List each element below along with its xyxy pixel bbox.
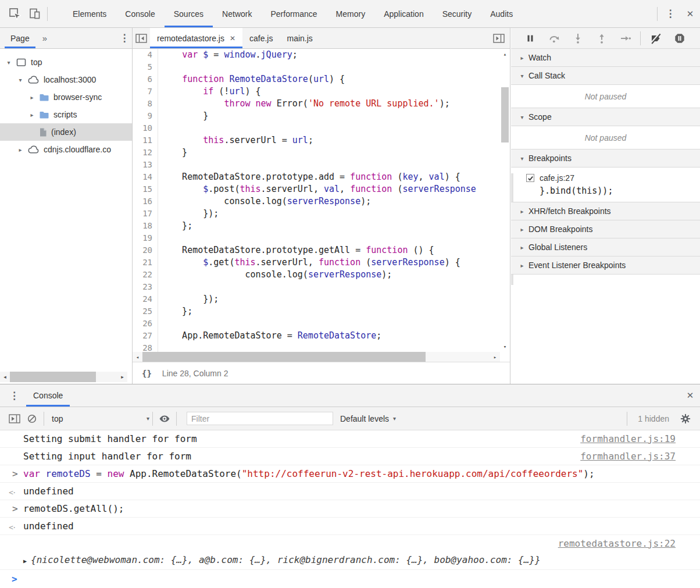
tab-application[interactable]: Application: [374, 0, 433, 27]
line-number[interactable]: 10: [133, 122, 158, 134]
section-header-global-listeners[interactable]: ▸Global Listeners: [511, 238, 700, 256]
sidebar-horizontal-scrollbar[interactable]: ◂ ▸: [0, 372, 127, 382]
pause-on-exceptions-icon[interactable]: [667, 30, 691, 47]
console-prompt[interactable]: >: [0, 570, 700, 577]
tree-item-scripts[interactable]: ▸scripts: [0, 106, 132, 123]
show-console-sidebar-icon[interactable]: [6, 411, 23, 427]
line-number[interactable]: 21: [133, 256, 158, 269]
tab-security[interactable]: Security: [433, 0, 481, 27]
line-number[interactable]: 15: [133, 183, 158, 195]
section-header-scope[interactable]: ▾Scope: [511, 108, 700, 126]
expander-icon[interactable]: ▾: [5, 59, 13, 66]
close-drawer-icon[interactable]: ✕: [680, 386, 700, 405]
editor-tab-cafe-js[interactable]: cafe.js: [242, 28, 280, 48]
expander-icon[interactable]: ▾: [16, 77, 24, 83]
show-debugger-sidebar-icon[interactable]: [490, 30, 508, 47]
tab-network[interactable]: Network: [213, 0, 261, 27]
pause-icon[interactable]: [518, 30, 542, 47]
line-number[interactable]: 17: [133, 208, 158, 220]
code-line-content[interactable]: console.log(serverResponse);: [158, 269, 392, 281]
console-source-link[interactable]: remotedatastore.js:22: [558, 538, 676, 550]
code-line-content[interactable]: console.log(serverResponse);: [158, 195, 371, 208]
disclosure-triangle-icon[interactable]: ▶: [23, 558, 27, 564]
editor-tab-main-js[interactable]: main.js: [280, 28, 319, 48]
scrollbar-thumb[interactable]: [501, 87, 509, 142]
code-line-content[interactable]: [158, 159, 161, 171]
scroll-up-icon[interactable]: ▴: [500, 50, 510, 58]
code-line-content[interactable]: [158, 232, 161, 244]
code-line-content[interactable]: }: [158, 147, 187, 159]
code-line-content[interactable]: [158, 318, 161, 330]
tab-console-drawer[interactable]: Console: [26, 384, 70, 407]
line-number[interactable]: 20: [133, 244, 158, 256]
line-number[interactable]: 14: [133, 171, 158, 183]
scroll-right-icon[interactable]: ▸: [117, 374, 127, 380]
deactivate-breakpoints-icon[interactable]: [644, 30, 667, 47]
create-live-expression-eye-icon[interactable]: [156, 411, 173, 427]
scrollbar-thumb[interactable]: [10, 372, 96, 382]
line-number[interactable]: 18: [133, 220, 158, 232]
close-devtools-icon[interactable]: ✕: [680, 4, 700, 24]
code-line-content[interactable]: function RemoteDataStore(url) {: [158, 73, 345, 85]
scroll-right-icon[interactable]: ▸: [490, 354, 500, 360]
line-number[interactable]: 8: [133, 98, 158, 110]
tree-item-index[interactable]: (index): [0, 123, 132, 141]
console-source-link[interactable]: formhandler.js:19: [580, 433, 676, 445]
tab-page[interactable]: Page: [5, 28, 35, 48]
hide-navigator-icon[interactable]: [133, 30, 150, 47]
scroll-left-icon[interactable]: ◂: [133, 354, 142, 360]
expander-icon[interactable]: ▸: [28, 112, 36, 118]
console-source-link[interactable]: formhandler.js:37: [580, 451, 676, 462]
line-number[interactable]: 19: [133, 232, 158, 244]
expander-icon[interactable]: ▸: [28, 94, 36, 101]
code-line-content[interactable]: [158, 281, 161, 293]
tab-elements[interactable]: Elements: [63, 0, 116, 27]
log-levels-select[interactable]: Default levels ▾: [340, 414, 396, 423]
code-line-content[interactable]: throw new Error('No remote URL supplied.…: [158, 98, 450, 110]
tree-item-browser-sync[interactable]: ▸browser-sync: [0, 88, 132, 106]
section-header-call-stack[interactable]: ▾Call Stack: [511, 66, 700, 85]
code-line-content[interactable]: $.get(this.serverUrl, function (serverRe…: [158, 256, 460, 269]
line-number[interactable]: 26: [133, 318, 158, 330]
breakpoint-checkbox[interactable]: [526, 174, 534, 182]
code-line-content[interactable]: $.post(this.serverUrl, val, function (se…: [158, 183, 476, 195]
breakpoint-entry[interactable]: cafe.js:27}.bind(this));: [511, 168, 700, 202]
code-line-content[interactable]: if (!url) {: [158, 85, 261, 98]
editor-tab-remotedatastore-js[interactable]: remotedatastore.js✕: [150, 28, 242, 48]
editor-horizontal-scrollbar[interactable]: ◂ ▸: [133, 352, 500, 362]
main-menu-kebab-icon[interactable]: ⋮: [660, 4, 680, 24]
code-line-content[interactable]: };: [158, 220, 192, 232]
expander-icon[interactable]: ▸: [16, 147, 24, 153]
step-icon[interactable]: [613, 30, 637, 47]
line-number[interactable]: 24: [133, 293, 158, 305]
section-header-watch[interactable]: ▸Watch: [511, 48, 700, 67]
line-number[interactable]: 11: [133, 134, 158, 147]
code-line-content[interactable]: });: [158, 293, 219, 305]
section-header-event-listener-breakpoints[interactable]: ▸Event Listener Breakpoints: [511, 256, 700, 275]
tab-memory[interactable]: Memory: [327, 0, 375, 27]
line-number[interactable]: 7: [133, 85, 158, 98]
line-number[interactable]: 22: [133, 269, 158, 281]
drawer-menu-kebab-icon[interactable]: ⋮: [9, 390, 19, 402]
inspect-element-icon[interactable]: [5, 4, 24, 24]
section-header-xhr-fetch-breakpoints[interactable]: ▸XHR/fetch Breakpoints: [511, 202, 700, 220]
console-filter-input[interactable]: [187, 412, 333, 425]
line-number[interactable]: 16: [133, 195, 158, 208]
navigator-menu-kebab-icon[interactable]: ⋮: [117, 28, 132, 48]
tab-audits[interactable]: Audits: [481, 0, 522, 27]
line-number[interactable]: 12: [133, 147, 158, 159]
code-editor-area[interactable]: 4 var $ = window.jQuery;56 function Remo…: [133, 49, 510, 362]
line-number[interactable]: 27: [133, 330, 158, 342]
tab-sources[interactable]: Sources: [165, 0, 213, 27]
device-toolbar-icon[interactable]: [24, 4, 44, 24]
scroll-down-icon[interactable]: ▾: [500, 343, 510, 351]
line-number[interactable]: 5: [133, 61, 158, 73]
scrollbar-thumb[interactable]: [142, 352, 426, 362]
tree-item-top[interactable]: ▾top: [0, 54, 132, 71]
line-number[interactable]: 4: [133, 49, 158, 61]
tree-item-cdnjs-cloudflare-co[interactable]: ▸cdnjs.cloudflare.co: [0, 141, 132, 158]
close-tab-icon[interactable]: ✕: [230, 34, 235, 42]
code-line-content[interactable]: RemoteDataStore.prototype.add = function…: [158, 171, 460, 183]
tab-console[interactable]: Console: [116, 0, 164, 27]
code-line-content[interactable]: [158, 61, 161, 73]
